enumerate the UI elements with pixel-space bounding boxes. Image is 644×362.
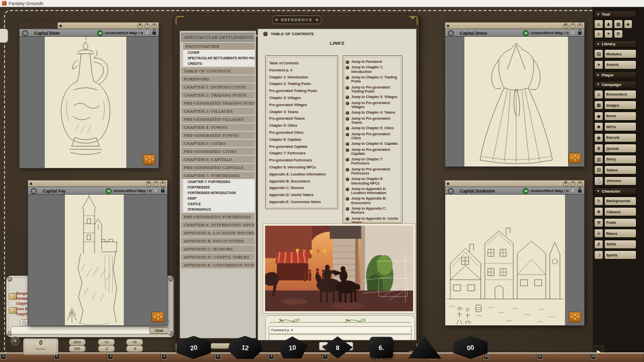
minus5-button[interactable]: -5 [126,345,143,352]
sidebar-button[interactable]: ♛ Quests [594,144,636,153]
dis-button[interactable]: DIS [69,345,86,352]
jump-link[interactable]: Jump to Pre-generated: Fortresses [346,167,400,175]
jump-link[interactable]: Jump to Chapter 8: Interesting NPCs [346,177,400,185]
sidebar-button[interactable]: ✎ Backgrounds [594,197,636,206]
sidebar-button[interactable]: ⚒ Feats [594,218,636,227]
jump-link[interactable]: Jump to Pre-generated: Cities [346,132,400,140]
index-entry[interactable]: APPENDIX C: RUMORS [181,245,255,252]
index-entry[interactable]: PRE-GENERATED VILLAGES [181,116,255,123]
lock-icon[interactable] [578,190,582,193]
sidebar-button[interactable]: ✗ Skills [594,240,636,249]
face-icon[interactable]: ☺ [571,31,575,35]
jump-link[interactable]: Jump to Chapter 2: Trading Posts [346,75,400,83]
index-entry[interactable]: APPENDIX E: CONVERSION NOTES [181,261,255,268]
face-icon[interactable]: ☺ [145,31,149,35]
toc-link[interactable]: Chapter 8: Interesting NPCs [269,164,338,171]
window-capital-duskmire[interactable]: ✎ ? ✕ Capital Duskmire ID Unidentified M… [445,180,585,326]
jump-link[interactable]: Jump to Chapter 6: Capitals [346,142,400,146]
d20-die[interactable]: 20 [175,336,213,359]
face-icon[interactable]: ☺ [571,189,575,193]
edit-icon[interactable]: ✎ [137,23,143,29]
index-entry[interactable]: CHAPTER 3: VILLAGES [181,108,255,115]
sidebar-button[interactable]: ✦ Assets [594,60,636,69]
toc-link[interactable]: Chapter 2: Trading Posts [269,80,338,87]
jump-link[interactable]: Jump to Chapter 4: Towns [346,111,400,115]
radial-menu-button[interactable]: ✕ [11,336,20,345]
swords-tool-icon[interactable]: ⚔ [594,20,603,29]
hotbar-slot[interactable]: 2 [54,353,108,362]
index-entry[interactable]: FORTRESSES [183,185,255,190]
index-entry[interactable]: CHAPTER 2: TRADING POSTS [181,92,255,99]
toc-link[interactable]: Chapter 7: Fortresses [269,150,338,157]
sidebar-button[interactable]: ☠ Races [594,229,636,238]
toc-link[interactable]: Chapter 5: Cities [269,122,338,129]
toc-link[interactable]: Foreword p. 4 [269,67,338,74]
index-entry[interactable]: COVER [183,50,255,55]
close-icon[interactable]: ✕ [577,181,583,187]
index-entry[interactable]: CHAPTER 6: CAPITALS [181,156,255,163]
toc-link[interactable]: Appendix E: Conversion Notes [269,199,338,206]
index-entry[interactable]: SPECTACULAR SETTLEMENTS [181,33,255,42]
d12-die[interactable]: 12 [227,336,263,359]
jump-link[interactable]: Jump to Chapter 1: Introduction [346,65,400,73]
toc-link[interactable]: Chapter 3: Villages [269,95,338,102]
sidebar-button[interactable]: ▤ Modules [594,49,636,58]
footer-entry[interactable]: Foreword p. 4 [269,326,412,334]
jump-link[interactable]: Jump to Pre-generated: Towns [346,117,400,125]
chat-input[interactable]: Chat [11,326,170,334]
toc-link[interactable]: Pre-generated Towns [269,115,338,122]
jump-link[interactable]: Jump to Pre-generated: Capitals [346,148,400,156]
sidebar-button[interactable]: ⚄ Tables [594,165,636,174]
sidebar-button[interactable]: ◉ Parcels [594,133,636,142]
index-entry[interactable]: CHAPTER 1: INTRODUCTION [181,83,255,90]
face-icon[interactable]: ☺ [153,189,158,193]
window-capital-dress[interactable]: ✎ ? ✕ Capital Dress ID Unidentified Map … [445,22,585,167]
lock-icon[interactable] [161,190,165,193]
index-entry[interactable]: CHAPTER 7: FORTRESSES [181,172,255,179]
toc-link[interactable]: Chapter 1: Introduction [269,74,338,81]
section-player[interactable]: ► Player [594,71,636,79]
close-icon[interactable]: ✕ [577,23,583,29]
modifiers-tool-icon[interactable]: ± [594,30,603,39]
lock-icon[interactable] [152,32,156,35]
hotbar-slot[interactable]: 12 [590,353,644,362]
help-icon[interactable]: ? [144,23,150,29]
section-campaign[interactable]: ▼ Campaign [594,81,636,88]
sidebar-button[interactable]: ◆ Items [594,112,636,121]
index-entry[interactable]: FOREWORD [181,75,255,82]
d6-die[interactable]: 6. [370,337,393,358]
index-entry[interactable]: CHAPTER 5: CITIES [181,140,255,147]
index-entry[interactable]: TABLE OF CONTENTS [181,67,255,74]
sidebar-button[interactable]: ☻ NPCs [594,122,636,131]
radial-menu-icon[interactable] [143,154,155,165]
lighting-tool-icon[interactable]: ☀ [604,30,613,39]
section-library[interactable]: ▼ Library [594,40,636,48]
plus2-button[interactable]: +2 [98,339,115,345]
options-gear-icon[interactable]: ⚙ [614,30,623,39]
toc-link[interactable]: Pre-generated Cities [269,129,338,136]
toc-link[interactable]: Pre-generated Trading Posts [269,87,338,95]
jump-link[interactable]: Jump to Appendix A: Location Information [346,187,400,195]
sidebar-button[interactable]: ★ Classes [594,207,636,216]
section-tool[interactable]: ▼ Tool [594,11,636,18]
d20-tray-icon[interactable]: ◈ [624,20,633,29]
close-icon[interactable]: ✕ [160,181,166,187]
edit-icon[interactable]: ✎ [146,181,151,187]
toc-link[interactable]: Pre-generated Villages [269,102,338,109]
index-entry[interactable]: KEEP [183,196,255,201]
jump-link[interactable]: Jump to Chapter 5: Cities [346,126,400,130]
reference-title-plate[interactable]: REFERENCE [272,16,321,24]
image-canvas[interactable] [445,36,585,167]
sidebar-button[interactable]: ▥ Story [594,155,636,164]
lock-icon[interactable] [578,32,582,35]
edit-icon[interactable]: ✎ [563,181,569,187]
jump-link[interactable]: Jump to Appendix C: Rumors [346,207,400,215]
d100-die[interactable]: 00 [451,336,490,359]
image-canvas[interactable] [28,194,168,326]
close-icon[interactable]: ✕ [151,23,157,29]
index-entry[interactable]: APPENDIX A: LOCATION INFORMATION [181,229,255,236]
index-entry[interactable]: CHAPTER 8: INTERESTING NPCS [181,221,255,228]
radial-menu-icon[interactable] [569,153,581,163]
adv-button[interactable]: ADV [69,339,86,345]
jump-link[interactable]: Jump to Chapter 7: Fortresses [346,157,400,165]
